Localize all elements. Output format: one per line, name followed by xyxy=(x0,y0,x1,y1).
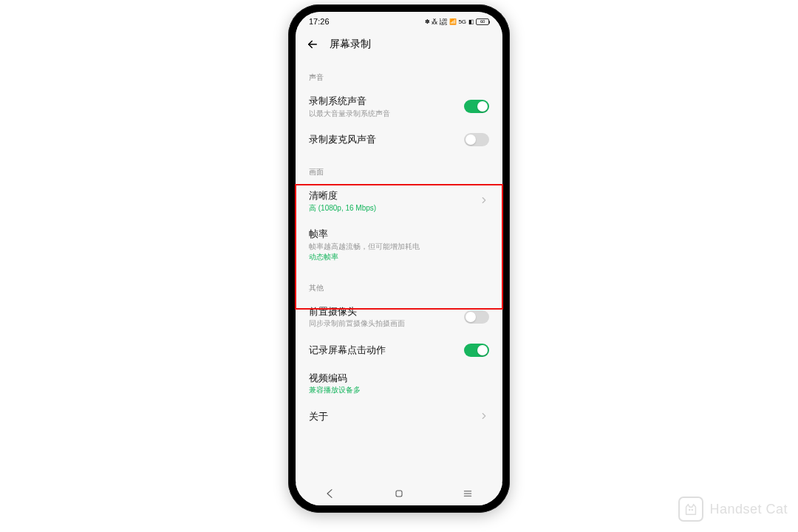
row-system-sound[interactable]: 录制系统声音 以最大音量录制系统声音 xyxy=(296,87,502,126)
watermark: Handset Cat xyxy=(678,497,788,522)
section-label-sound: 声音 xyxy=(296,59,502,87)
nav-recent-icon[interactable] xyxy=(462,488,474,501)
row-clarity-title: 清晰度 xyxy=(309,189,471,202)
screen: 17:26 ✽ ⁂ 1.00 KB/S 📶 5G ▮▯ 60 xyxy=(296,12,502,505)
row-fps[interactable]: 帧率 帧率越高越流畅，但可能增加耗电 动态帧率 xyxy=(296,220,502,270)
nav-home-icon[interactable] xyxy=(393,488,405,501)
row-mic-sound-title: 录制麦克风声音 xyxy=(309,133,457,146)
header: 屏幕录制 xyxy=(296,30,502,59)
back-button[interactable] xyxy=(306,38,319,51)
toggle-mic-sound[interactable] xyxy=(464,133,489,146)
watermark-logo-icon xyxy=(678,497,703,522)
status-signal-icon: 📶 xyxy=(449,18,457,25)
status-bar: 17:26 ✽ ⁂ 1.00 KB/S 📶 5G ▮▯ 60 xyxy=(296,12,502,30)
phone-inner: 17:26 ✽ ⁂ 1.00 KB/S 📶 5G ▮▯ 60 xyxy=(294,10,504,507)
svg-point-5 xyxy=(692,509,693,510)
row-clarity[interactable]: 清晰度 高 (1080p, 16 Mbps) xyxy=(296,182,502,220)
toggle-front-cam[interactable] xyxy=(464,310,489,324)
chevron-right-icon xyxy=(479,411,489,423)
row-about[interactable]: 关于 xyxy=(296,403,502,431)
toggle-touches[interactable] xyxy=(464,344,489,357)
row-fps-title: 帧率 xyxy=(309,228,489,241)
section-label-other: 其他 xyxy=(296,270,502,298)
row-encoding-value: 兼容播放设备多 xyxy=(309,385,489,395)
row-mic-sound[interactable]: 录制麦克风声音 xyxy=(296,126,502,154)
row-touches[interactable]: 记录屏幕点击动作 xyxy=(296,336,502,364)
row-front-cam-title: 前置摄像头 xyxy=(309,305,457,318)
row-about-title: 关于 xyxy=(309,410,471,423)
battery-icon: 60 xyxy=(476,18,489,25)
phone-frame: 17:26 ✽ ⁂ 1.00 KB/S 📶 5G ▮▯ 60 xyxy=(288,4,510,513)
toggle-system-sound[interactable] xyxy=(464,100,489,113)
navbar xyxy=(296,483,502,505)
row-front-cam[interactable]: 前置摄像头 同步录制前置摄像头拍摄画面 xyxy=(296,298,502,336)
row-fps-value: 动态帧率 xyxy=(309,252,489,262)
svg-point-4 xyxy=(689,509,690,510)
status-signal-type: 5G xyxy=(459,18,466,25)
page-title: 屏幕录制 xyxy=(330,38,371,51)
row-clarity-value: 高 (1080p, 16 Mbps) xyxy=(309,203,471,214)
svg-rect-0 xyxy=(396,491,402,497)
content: 声音 录制系统声音 以最大音量录制系统声音 录制麦克风声音 画面 xyxy=(296,59,502,483)
section-label-picture: 画面 xyxy=(296,154,502,182)
status-net-label: KB/S xyxy=(439,22,446,26)
status-time: 17:26 xyxy=(309,17,330,26)
row-fps-sub: 帧率越高越流畅，但可能增加耗电 xyxy=(309,242,489,252)
status-icons-misc: ✽ ⁂ xyxy=(425,18,437,25)
chevron-right-icon xyxy=(479,195,489,207)
row-encoding[interactable]: 视频编码 兼容播放设备多 xyxy=(296,364,502,403)
row-encoding-title: 视频编码 xyxy=(309,372,489,385)
status-signal2-icon: ▮▯ xyxy=(468,18,474,25)
row-system-sound-sub: 以最大音量录制系统声音 xyxy=(309,109,457,119)
status-indicators: ✽ ⁂ 1.00 KB/S 📶 5G ▮▯ 60 xyxy=(425,18,489,26)
watermark-text: Handset Cat xyxy=(709,502,788,517)
row-front-cam-sub: 同步录制前置摄像头拍摄画面 xyxy=(309,318,457,329)
nav-back-icon[interactable] xyxy=(324,488,336,501)
row-touches-title: 记录屏幕点击动作 xyxy=(309,344,457,357)
row-system-sound-title: 录制系统声音 xyxy=(309,95,457,108)
